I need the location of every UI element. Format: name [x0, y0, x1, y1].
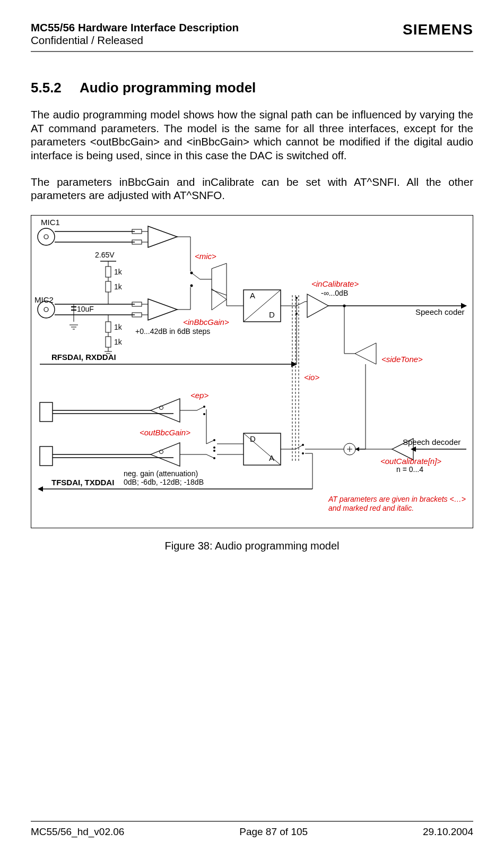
siemens-logo: SIEMENS	[403, 21, 473, 38]
label-dac-a: A	[269, 453, 274, 462]
header-rule	[31, 51, 473, 52]
svg-point-42	[190, 284, 193, 287]
label-r4: 1k	[114, 338, 122, 346]
label-incal-note: -∞...0dB	[321, 289, 348, 297]
svg-marker-57	[307, 294, 328, 317]
doc-subtitle: Confidential / Released	[31, 34, 239, 47]
svg-line-43	[192, 273, 200, 279]
svg-marker-63	[355, 343, 376, 364]
svg-line-89	[206, 440, 214, 444]
label-inbbc-note: +0...42dB in 6dB steps	[135, 327, 210, 336]
svg-point-88	[213, 446, 215, 449]
label-outcalibrate: <outCalibrate[n]>	[380, 457, 441, 466]
svg-line-96	[197, 407, 204, 410]
svg-marker-6	[148, 226, 177, 247]
svg-marker-98	[151, 399, 180, 422]
label-io: <io>	[304, 373, 319, 382]
svg-point-54	[296, 297, 298, 299]
label-inbbcgain: <inBbcGain>	[183, 317, 229, 327]
label-10uf: 10uF	[77, 305, 94, 313]
audio-diagram: MIC1 MIC2 2.65V 1k 1k 1k 1k 10uF <mic> <…	[31, 215, 473, 528]
label-speech-coder: Speech coder	[415, 307, 465, 316]
svg-marker-47	[212, 289, 227, 310]
label-speech-decoder: Speech decoder	[403, 437, 460, 446]
label-footnote: AT parameters are given in brackets <…> …	[328, 495, 466, 513]
svg-line-92	[206, 454, 214, 458]
svg-point-90	[213, 450, 215, 452]
svg-line-49	[244, 290, 281, 322]
page-footer: MC55/56_hd_v02.06 Page 87 of 105 29.10.2…	[31, 821, 473, 838]
label-mic-param: <mic>	[195, 252, 216, 261]
section-title: Audio programming model	[80, 80, 256, 96]
label-r3: 1k	[114, 323, 122, 331]
label-dac-d: D	[250, 434, 256, 443]
svg-marker-15	[148, 299, 177, 320]
label-sidetone: <sideTone>	[381, 355, 423, 364]
svg-line-83	[296, 445, 303, 449]
label-r1: 1k	[114, 268, 122, 276]
label-adc-d: D	[269, 310, 275, 319]
svg-point-95	[203, 413, 205, 415]
svg-marker-110	[38, 486, 43, 492]
page-header: MC55/56 Hardware Interface Description C…	[31, 21, 473, 47]
label-2v65: 2.65V	[95, 251, 115, 259]
footer-rule	[31, 821, 473, 822]
paragraph-2: The parameters inBbcGain and inCalibrate…	[31, 175, 473, 202]
svg-rect-30	[106, 322, 111, 332]
footer-right: 29.10.2004	[423, 826, 473, 838]
svg-point-10	[44, 307, 48, 312]
label-mic2: MIC2	[34, 295, 54, 304]
section-heading: 5.5.2 Audio programming model	[31, 80, 473, 96]
footer-center: Page 87 of 105	[239, 826, 308, 838]
svg-line-71	[244, 433, 281, 465]
svg-rect-31	[106, 337, 111, 347]
paragraph-1: The audio programming model shows how th…	[31, 108, 473, 162]
label-incalibrate: <inCalibrate>	[311, 279, 359, 288]
svg-rect-108	[40, 446, 53, 466]
label-r2: 1k	[114, 282, 122, 291]
svg-rect-102	[40, 402, 53, 422]
footer-left: MC55/56_hd_v02.06	[31, 826, 124, 838]
svg-point-0	[38, 228, 55, 245]
doc-title: MC55/56 Hardware Interface Description	[31, 21, 239, 34]
label-adc-a: A	[250, 291, 255, 300]
label-ep: <ep>	[190, 391, 208, 400]
label-neggain2: 0dB; -6db, -12dB; -18dB	[124, 478, 204, 486]
label-txddai: TFSDAI, TXDDAI	[51, 478, 114, 487]
label-neggain1: neg. gain (attenuation)	[124, 469, 198, 478]
label-outbbcgain: <outBbcGain>	[140, 428, 190, 437]
figure-caption: Figure 38: Audio programming model	[31, 540, 473, 552]
label-rxddai: RFSDAI, RXDDAI	[51, 353, 116, 362]
svg-marker-104	[151, 443, 180, 466]
section-number: 5.5.2	[31, 80, 62, 96]
label-mic1: MIC1	[41, 218, 60, 227]
svg-line-56	[297, 302, 305, 306]
svg-rect-19	[106, 267, 111, 277]
label-outcal-note: n = 0...4	[396, 465, 423, 474]
svg-rect-20	[106, 281, 111, 292]
svg-point-82	[302, 452, 304, 454]
svg-point-1	[44, 235, 48, 239]
header-left: MC55/56 Hardware Interface Description C…	[31, 21, 239, 47]
